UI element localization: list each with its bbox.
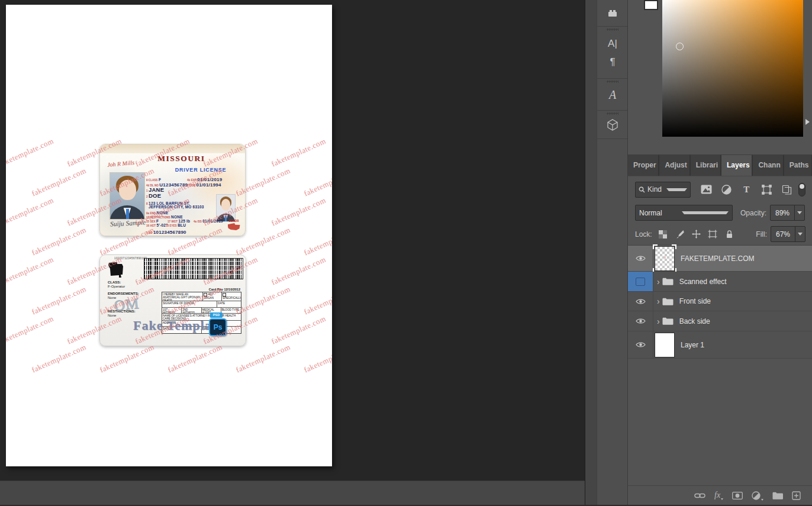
layer-row-content[interactable]: Layer 1 (653, 331, 812, 358)
layer-row[interactable]: ›Scanned effect (628, 272, 812, 292)
layer-row[interactable]: FAKETEMPLATE.COM (628, 246, 812, 272)
watermark-text: faketemplate.com (6, 137, 55, 169)
donor-table-cell: SIGNATURE OF DONOR (162, 301, 217, 307)
kind-filter-label: Kind (647, 185, 664, 194)
horizontal-scroll-strip[interactable] (0, 481, 585, 505)
tab-layers[interactable]: Layers (721, 155, 753, 176)
layer-name[interactable]: Layer 1 (681, 341, 704, 349)
hidden-eye-box (636, 278, 645, 286)
foreground-color-swatch[interactable] (644, 0, 658, 10)
folder-icon (662, 317, 674, 325)
layer-row-content[interactable]: ›Front side (653, 292, 812, 311)
smart-object-filter-icon[interactable] (781, 183, 792, 195)
thumbnail-image (655, 333, 675, 357)
link-layers-icon[interactable] (694, 492, 705, 499)
layer-thumbnail[interactable] (655, 333, 675, 357)
card-serial: 1020371234567890102 (114, 257, 147, 260)
fill-input[interactable]: 67% (771, 226, 805, 242)
tab-proper[interactable]: Proper (628, 155, 659, 176)
dock-group-libraries[interactable] (597, 0, 628, 27)
selection-corner (653, 244, 658, 249)
layer-name[interactable]: Back side (679, 317, 710, 325)
search-icon (639, 186, 645, 193)
watermark-text: faketemplate.com (6, 196, 55, 228)
fill-value[interactable]: 67% (771, 230, 795, 239)
holder-signature: Suiju Sample (110, 218, 146, 227)
donor-table-cell: 1ST WITNESS (162, 308, 182, 313)
layer-row[interactable]: Layer 1 (628, 331, 812, 359)
watermark-text: faketemplate.com (234, 343, 292, 375)
layer-visibility-toggle[interactable] (628, 246, 653, 271)
3d-panel-icon[interactable] (607, 119, 618, 131)
checkbox-icon (204, 293, 207, 296)
watermark-text: faketemplate.com (270, 137, 327, 169)
toggle-knob (800, 184, 804, 189)
layer-row-content[interactable]: ›Back side (653, 311, 812, 331)
avatar-face (119, 180, 136, 200)
type-filter-icon[interactable]: T (740, 183, 752, 195)
opacity-dropdown[interactable] (794, 205, 804, 220)
layer-row-content[interactable]: ›Scanned effect (653, 272, 812, 291)
donor-table-row: SIGNATURE OF DONORDATE (162, 301, 241, 308)
donor-table-row: I HEREBY MAKE AN ANATOMICAL GIFT UPON MY… (162, 292, 241, 301)
add-layer-mask-icon[interactable] (732, 492, 743, 499)
layer-thumbnail[interactable] (655, 246, 675, 271)
blend-mode-select[interactable]: Normal (635, 205, 733, 221)
saturation-brightness-field[interactable] (662, 0, 803, 137)
avatar-tie (126, 209, 129, 219)
layer-visibility-toggle[interactable] (628, 272, 653, 291)
kind-filter-select[interactable]: Kind (635, 182, 691, 198)
layer-visibility-toggle[interactable] (628, 311, 653, 331)
lock-buttons (658, 229, 734, 239)
tab-adjust[interactable]: Adjust (659, 155, 690, 176)
photoshop-file-icon: Ps (209, 318, 227, 336)
layer-row[interactable]: ›Back side (628, 311, 812, 331)
lock-artboard-icon[interactable] (708, 229, 718, 239)
filter-toggle-switch[interactable] (798, 183, 805, 196)
donor-table-cell: BLOOD TYPE (221, 308, 241, 313)
lock-position-move-icon[interactable] (691, 229, 701, 239)
opacity-input[interactable]: 89% (770, 205, 805, 221)
canvas-area[interactable]: Joh R Mills MISSOURI DRIVER LICENSE (0, 0, 585, 481)
adjustment-filter-icon[interactable] (720, 183, 732, 195)
expand-chevron-icon[interactable]: › (657, 317, 660, 325)
layer-row-content[interactable]: FAKETEMPLATE.COM (653, 246, 812, 271)
donor-table-cell: 2ND WITNESS (182, 308, 201, 313)
layer-row[interactable]: ›Front side (628, 292, 812, 311)
color-cursor[interactable] (676, 43, 684, 50)
character-panel-icon[interactable]: A| (608, 38, 617, 49)
eye-icon (636, 255, 646, 262)
watermark-text: faketemplate.com (302, 225, 332, 258)
lock-transparency-icon[interactable] (658, 229, 668, 239)
layer-name[interactable]: Scanned effect (679, 278, 727, 286)
paragraph-panel-icon[interactable]: ¶ (610, 57, 615, 67)
layer-visibility-toggle[interactable] (628, 292, 653, 311)
shape-filter-icon[interactable] (761, 183, 772, 195)
tab-paths[interactable]: Paths (784, 155, 812, 176)
new-group-folder-icon[interactable] (772, 492, 783, 499)
libraries-panel-icon[interactable] (607, 9, 618, 18)
hue-slider-handle[interactable] (805, 119, 810, 125)
tab-librari[interactable]: Librari (691, 155, 721, 176)
glyphs-panel-icon[interactable]: A (609, 89, 616, 101)
new-layer-icon[interactable] (792, 491, 801, 500)
fill-dropdown[interactable] (795, 227, 805, 241)
state-title: MISSOURI (133, 154, 230, 163)
photoshop-app: Joh R Mills MISSOURI DRIVER LICENSE (0, 0, 812, 506)
pixel-filter-icon[interactable] (700, 183, 712, 195)
lock-pixels-brush-icon[interactable] (675, 229, 685, 239)
tab-chann[interactable]: Chann (753, 155, 784, 176)
eye-icon (636, 298, 646, 305)
layer-name[interactable]: Front side (679, 297, 711, 305)
expand-chevron-icon[interactable]: › (657, 297, 660, 305)
donor-stamp-emblem (228, 223, 240, 230)
layer-name[interactable]: FAKETEMPLATE.COM (681, 254, 754, 263)
opacity-value[interactable]: 89% (771, 209, 794, 217)
layer-effects-icon[interactable]: fx (714, 491, 723, 499)
folder-icon (662, 298, 674, 305)
license-front-card: Joh R Mills MISSOURI DRIVER LICENSE (99, 144, 246, 236)
layer-visibility-toggle[interactable] (628, 331, 653, 358)
adjustment-layer-icon[interactable] (752, 491, 763, 500)
expand-chevron-icon[interactable]: › (657, 278, 660, 286)
lock-all-padlock-icon[interactable] (724, 229, 734, 239)
